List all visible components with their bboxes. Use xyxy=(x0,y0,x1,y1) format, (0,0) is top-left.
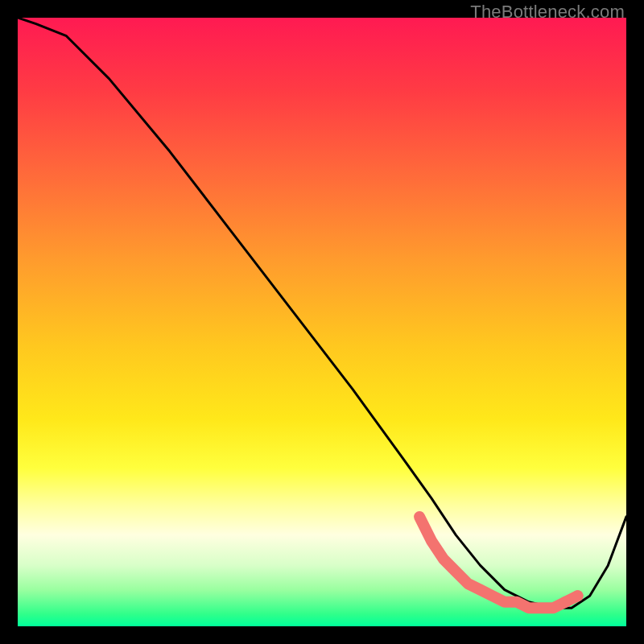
chart-frame: TheBottleneck.com xyxy=(0,0,644,644)
plot-area xyxy=(18,18,626,626)
highlight-dot xyxy=(559,597,571,608)
curve-layer xyxy=(18,18,626,626)
highlight-segment xyxy=(419,517,578,608)
highlight-dot xyxy=(572,590,584,601)
bottleneck-curve xyxy=(18,18,626,608)
